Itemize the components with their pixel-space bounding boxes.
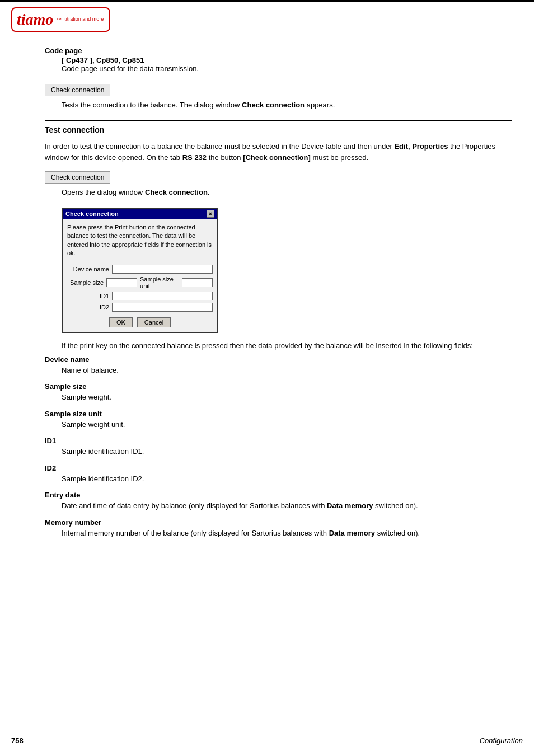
- check-connection-desc-1: Tests the connection to the balance. The…: [62, 101, 512, 109]
- memory-number-desc-text: Internal memory number of the balance (o…: [62, 529, 329, 537]
- logo-box: tiamo™ titration and more: [11, 7, 110, 32]
- entry-date-desc-end: switched on).: [373, 501, 418, 510]
- field-entry-date-desc: Date and time of data entry by balance (…: [62, 500, 512, 511]
- field-memory-number-label: Memory number: [45, 518, 512, 527]
- dialog-device-name-label: Device name: [67, 266, 109, 273]
- field-id1: ID1 Sample identification ID1.: [45, 436, 512, 457]
- dialog-id1-row: ID1: [67, 292, 213, 300]
- dialog-sample-size-unit-input[interactable]: [182, 278, 213, 287]
- dialog-title: Check connection: [65, 210, 119, 217]
- intro-end: must be pressed.: [311, 153, 368, 162]
- field-sample-size-desc: Sample weight.: [62, 392, 512, 403]
- dialog-message: Please press the Print button on the con…: [67, 223, 213, 258]
- opens-suffix: .: [208, 188, 210, 196]
- after-dialog-desc: If the print key on the connected balanc…: [62, 341, 512, 350]
- dialog-id1-label: ID1: [67, 293, 109, 299]
- dialog-button-row: OK Cancel: [67, 317, 213, 327]
- field-sample-size-unit-label: Sample size unit: [45, 410, 512, 418]
- dialog-container: Check connection × Please press the Prin…: [62, 208, 512, 333]
- entry-date-desc-bold: Data memory: [327, 501, 373, 510]
- field-device-name: Device name Name of balance.: [45, 355, 512, 376]
- dialog-device-name-input[interactable]: [112, 265, 213, 274]
- code-page-description: Code page used for the data transmission…: [62, 64, 512, 73]
- dialog-sample-size-unit-label: Sample size unit: [140, 276, 179, 289]
- fields-section: Device name Name of balance. Sample size…: [45, 355, 512, 539]
- logo-container: tiamo™ titration and more: [11, 7, 110, 32]
- field-id2-label: ID2: [45, 464, 512, 472]
- field-sample-size-label: Sample size: [45, 382, 512, 391]
- field-sample-size: Sample size Sample weight.: [45, 382, 512, 403]
- dialog-id2-input[interactable]: [112, 303, 213, 312]
- desc-bold-1: Check connection: [242, 101, 305, 109]
- logo-text: tiamo: [17, 11, 53, 29]
- page-container: tiamo™ titration and more Code page [ Cp…: [0, 0, 534, 756]
- opens-dialog-desc: Opens the dialog window Check connection…: [62, 188, 512, 196]
- field-sample-size-unit-desc: Sample weight unit.: [62, 419, 512, 430]
- opens-prefix: Opens the dialog window: [62, 188, 145, 196]
- main-content: Code page [ Cp437 ], Cp850, Cp851 Code p…: [0, 35, 534, 572]
- dialog-id2-label: ID2: [67, 304, 109, 311]
- field-memory-number-desc: Internal memory number of the balance (o…: [62, 528, 512, 539]
- intro-bold2: RS 232: [182, 153, 207, 162]
- check-connection-button-2[interactable]: Check connection: [45, 171, 110, 184]
- field-id1-desc: Sample identification ID1.: [62, 446, 512, 457]
- dialog-id2-row: ID2: [67, 303, 213, 312]
- footer-page-number: 758: [11, 736, 24, 745]
- test-connection-header: Test connection In order to test the con…: [45, 120, 512, 163]
- code-page-label: Code page: [45, 46, 512, 55]
- field-entry-date: Entry date Date and time of data entry b…: [45, 491, 512, 511]
- logo-tagline: titration and more: [64, 16, 104, 22]
- field-entry-date-label: Entry date: [45, 491, 512, 499]
- memory-number-desc-bold: Data memory: [329, 529, 375, 537]
- intro-text: In order to test the connection to a bal…: [45, 142, 394, 151]
- code-page-value: [ Cp437 ], Cp850, Cp851: [62, 56, 512, 64]
- dialog-titlebar: Check connection ×: [63, 209, 217, 219]
- desc-prefix-1: Tests the connection to the balance. The…: [62, 101, 242, 109]
- dialog-cancel-button[interactable]: Cancel: [137, 317, 171, 327]
- code-page-section: Code page [ Cp437 ], Cp850, Cp851 Code p…: [45, 46, 512, 73]
- dialog-ok-button[interactable]: OK: [109, 317, 133, 327]
- header: tiamo™ titration and more: [0, 2, 534, 35]
- check-connection-section-1: Check connection Tests the connection to…: [45, 84, 512, 109]
- footer-section-name: Configuration: [480, 736, 523, 745]
- field-id1-label: ID1: [45, 436, 512, 445]
- field-id2-desc: Sample identification ID2.: [62, 473, 512, 485]
- field-device-name-desc: Name of balance.: [62, 365, 512, 376]
- intro-bold1: Edit, Properties: [394, 142, 448, 151]
- field-id2: ID2 Sample identification ID2.: [45, 464, 512, 485]
- test-connection-intro: In order to test the connection to a bal…: [45, 141, 512, 163]
- check-connection-button-1[interactable]: Check connection: [45, 84, 110, 96]
- entry-date-desc-text: Date and time of data entry by balance (…: [62, 501, 327, 510]
- dialog-id1-input[interactable]: [112, 292, 213, 300]
- dialog-window: Check connection × Please press the Prin…: [62, 208, 218, 333]
- logo-tm: ™: [56, 17, 62, 23]
- footer: 758 Configuration: [11, 736, 523, 745]
- opens-bold: Check connection: [145, 188, 208, 196]
- check-connection-section-2: Check connection Opens the dialog window…: [45, 171, 512, 196]
- dialog-sample-size-label: Sample size: [67, 279, 104, 286]
- dialog-close-button[interactable]: ×: [207, 210, 214, 218]
- field-memory-number: Memory number Internal memory number of …: [45, 518, 512, 539]
- dialog-device-name-row: Device name: [67, 265, 213, 274]
- intro-bold3: [Check connection]: [243, 153, 311, 162]
- dialog-body: Please press the Print button on the con…: [63, 219, 217, 332]
- dialog-sample-size-row: Sample size Sample size unit: [67, 276, 213, 289]
- dialog-sample-size-input[interactable]: [106, 278, 137, 287]
- desc-suffix-1: appears.: [305, 101, 335, 109]
- memory-number-desc-end: switched on).: [375, 529, 420, 537]
- intro-mid2: the button: [207, 153, 243, 162]
- field-device-name-label: Device name: [45, 355, 512, 364]
- field-sample-size-unit: Sample size unit Sample weight unit.: [45, 410, 512, 430]
- test-connection-title: Test connection: [45, 125, 512, 134]
